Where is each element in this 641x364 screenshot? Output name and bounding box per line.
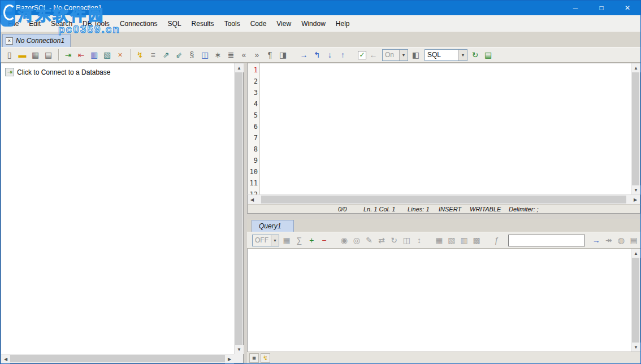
menu-edit[interactable]: Edit	[24, 18, 46, 30]
go-return-icon[interactable]: ↰	[311, 49, 323, 61]
scrollbar-thumb[interactable]	[10, 355, 225, 362]
execute-sql-icon[interactable]: ↯	[134, 49, 146, 61]
menu-file[interactable]: File	[3, 18, 24, 30]
scrollbar-thumb[interactable]	[632, 258, 639, 343]
results-search-input[interactable]	[508, 235, 585, 246]
scroll-right-icon[interactable]: ▶	[225, 354, 234, 363]
split-pane-icon[interactable]: ◧	[410, 49, 422, 61]
add-row-icon[interactable]: +	[306, 235, 317, 246]
sort-icon[interactable]: ↕	[413, 235, 425, 246]
remove-row-icon[interactable]: −	[318, 235, 330, 246]
copy-icon[interactable]: ▥	[88, 49, 100, 61]
editor-horizontal-scrollbar[interactable]: ◀ ▶	[247, 194, 640, 204]
refresh-results-icon[interactable]: ↻	[388, 235, 400, 246]
save-results-icon[interactable]: ▦	[281, 235, 292, 246]
close-button[interactable]: ✕	[614, 1, 640, 15]
disconnect-icon[interactable]: ⇤	[75, 49, 87, 61]
go-up-icon[interactable]: ↑	[337, 49, 349, 61]
outdent-icon[interactable]: «	[238, 49, 250, 61]
scroll-left-icon[interactable]: ◀	[248, 195, 257, 204]
execute-bottom-icon[interactable]: ↯	[261, 353, 270, 363]
maximize-button[interactable]: □	[588, 1, 614, 15]
auto-commit-checkbox-icon[interactable]: ✓	[358, 51, 366, 59]
status-delimiter: Delimiter: ;	[509, 206, 539, 213]
toolbar-separator	[58, 49, 59, 60]
menu-code[interactable]: Code	[245, 18, 272, 30]
scrollbar-thumb[interactable]	[235, 72, 242, 345]
tab-query1[interactable]: Query1	[252, 220, 294, 232]
explorer-horizontal-scrollbar[interactable]: ◀ ▶	[1, 354, 234, 363]
tab-no-connection1[interactable]: × No Connection1	[2, 34, 71, 47]
swap-columns-icon[interactable]: ⇄	[376, 235, 387, 246]
indent-icon[interactable]: »	[251, 49, 263, 61]
minimize-button[interactable]: ─	[562, 1, 588, 15]
find-icon[interactable]: ◉	[339, 235, 350, 246]
edit-cell-icon[interactable]: ✎	[363, 235, 375, 246]
edit-table-icon[interactable]: ◫	[199, 49, 211, 61]
scroll-down-icon[interactable]: ▼	[631, 185, 640, 194]
go-search-icon[interactable]: →	[591, 235, 602, 246]
copy-results-icon[interactable]: ▥	[458, 235, 470, 246]
open-folder-icon[interactable]: ▬	[16, 49, 28, 61]
app-icon	[5, 4, 12, 12]
query-toolbar: OFF ▼ ▦ ∑ + − ◉ ◎ ✎ ⇄ ↻ ◫ ↕ ▦ ▧ ▥ ▩	[247, 232, 640, 249]
results-vertical-scrollbar[interactable]: ▲ ▼	[631, 249, 640, 352]
chevron-down-icon[interactable]: ▼	[458, 50, 467, 60]
menu-view[interactable]: View	[271, 18, 296, 30]
scroll-up-icon[interactable]: ▲	[631, 63, 640, 72]
stop-query-icon[interactable]: ■	[249, 353, 259, 363]
menu-search[interactable]: Search	[46, 18, 77, 30]
editor-vertical-scrollbar[interactable]: ▲ ▼	[631, 63, 640, 194]
explorer-vertical-scrollbar[interactable]: ▲ ▼	[234, 63, 243, 354]
menu-db-tools[interactable]: DB Tools	[77, 18, 115, 30]
edit-page-icon[interactable]: ▤	[628, 235, 639, 246]
paste-icon[interactable]: ▧	[101, 49, 113, 61]
sql-language-combo[interactable]: SQL ▼	[425, 49, 467, 61]
new-file-icon[interactable]: ▯	[3, 49, 15, 61]
search-page-icon[interactable]: ◍	[616, 235, 627, 246]
scroll-left-icon[interactable]: ◀	[1, 354, 10, 363]
chart-view-icon[interactable]: ▧	[446, 235, 457, 246]
find-next-icon[interactable]: ◎	[351, 235, 362, 246]
go-down-icon[interactable]: ↓	[324, 49, 336, 61]
export-icon[interactable]: ⇗	[160, 49, 172, 61]
go-back-icon[interactable]: ←	[367, 49, 379, 61]
scroll-up-icon[interactable]: ▲	[235, 63, 244, 72]
scrollbar-thumb[interactable]	[261, 196, 626, 203]
query-builder-icon[interactable]: ∗	[212, 49, 224, 61]
status-line-count: Lines: 1	[408, 206, 430, 213]
menu-sql[interactable]: SQL	[163, 18, 187, 30]
describe-table-icon[interactable]: ≡	[147, 49, 159, 61]
connect-to-database-node[interactable]: ⇥ Click to Connect to a Database	[5, 68, 234, 76]
scroll-up-icon[interactable]: ▲	[631, 249, 640, 258]
new-results-page-icon[interactable]: ▩	[471, 235, 482, 246]
connect-icon[interactable]: ⇥	[62, 49, 74, 61]
scroll-down-icon[interactable]: ▼	[631, 343, 640, 352]
save-icon[interactable]: ▦	[29, 49, 41, 61]
menu-results[interactable]: Results	[187, 18, 219, 30]
scroll-right-icon[interactable]: ▶	[631, 195, 640, 204]
sql-editor[interactable]	[260, 63, 631, 194]
refresh-icon[interactable]: ↻	[469, 49, 481, 61]
key-icon[interactable]: ƒ	[491, 235, 503, 246]
table-navigator-icon[interactable]: ◨	[277, 49, 289, 61]
menu-connections[interactable]: Connections	[115, 18, 163, 30]
filter-sum-icon[interactable]: ∑	[293, 235, 305, 246]
comment-icon[interactable]: ¶	[264, 49, 276, 61]
attach-icon[interactable]: §	[186, 49, 198, 61]
menu-tools[interactable]: Tools	[219, 18, 245, 30]
import-icon[interactable]: ⇙	[173, 49, 185, 61]
scrollbar-thumb[interactable]	[632, 72, 639, 185]
scroll-down-icon[interactable]: ▼	[235, 345, 244, 354]
export-table-icon[interactable]: ◫	[401, 235, 412, 246]
menu-help[interactable]: Help	[331, 18, 355, 30]
run-search-icon[interactable]: ↠	[603, 235, 614, 246]
menu-window[interactable]: Window	[296, 18, 331, 30]
results-list-icon[interactable]: ▤	[482, 49, 494, 61]
delete-icon[interactable]: ×	[114, 49, 126, 61]
print-icon[interactable]: ▤	[42, 49, 54, 61]
go-forward-icon[interactable]: →	[298, 49, 310, 61]
format-sql-icon[interactable]: ≣	[225, 49, 237, 61]
tab-close-icon[interactable]: ×	[6, 37, 13, 45]
grid-view-icon[interactable]: ▦	[434, 235, 445, 246]
